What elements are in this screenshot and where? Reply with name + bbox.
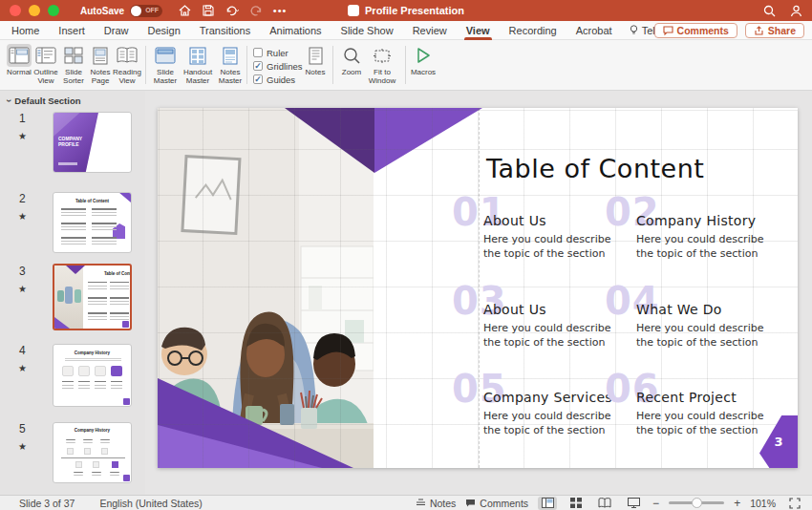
reading-view-toggle-icon xyxy=(598,498,611,508)
tab-view[interactable]: View xyxy=(457,21,500,40)
gridlines-label: Gridlines xyxy=(267,61,303,72)
slide-2-title: Table of Content xyxy=(53,199,131,203)
save-icon[interactable] xyxy=(202,4,215,17)
toc-item-6-desc: Here you could describe the topic of the… xyxy=(636,409,781,437)
zoom-button[interactable]: Zoom xyxy=(337,44,366,77)
home-icon[interactable] xyxy=(178,4,191,17)
search-icon[interactable] xyxy=(762,4,776,17)
slide-position-indicator[interactable]: Slide 3 of 37 xyxy=(19,498,75,509)
notes-master-button[interactable]: Notes Master xyxy=(216,44,245,85)
toc-item-4[interactable]: 04 What We Do Here you could describe th… xyxy=(605,279,777,361)
slide-5-animation-star-icon: ★ xyxy=(18,441,27,452)
slide-3-animation-star-icon: ★ xyxy=(18,284,27,294)
tab-review[interactable]: Review xyxy=(403,21,457,40)
notes-toggle-icon xyxy=(416,499,426,507)
zoom-slider-knob[interactable] xyxy=(692,498,702,508)
tab-recording[interactable]: Recording xyxy=(500,21,566,40)
slide-title[interactable]: Table of Content xyxy=(486,154,704,183)
slide-5-title: Company History xyxy=(53,428,131,433)
tab-design[interactable]: Design xyxy=(139,21,190,40)
toc-item-2[interactable]: 02 Company History Here you could descri… xyxy=(605,190,777,272)
slide-5-number: 5 xyxy=(19,422,26,436)
slide-3-title: Table of Content xyxy=(83,271,132,276)
macros-icon xyxy=(411,44,436,67)
slide-sorter-toggle[interactable] xyxy=(566,497,586,510)
slide-sorter-toggle-icon xyxy=(570,498,582,508)
slide-5-page-badge xyxy=(123,475,130,481)
comments-toggle[interactable]: Comments xyxy=(465,498,528,509)
toc-item-2-title: Company History xyxy=(636,213,756,228)
normal-view-toggle-icon xyxy=(542,498,554,508)
ruler-checkbox[interactable]: Ruler xyxy=(253,46,303,59)
normal-view-toggle[interactable] xyxy=(538,497,557,510)
notes-button[interactable]: Notes xyxy=(301,44,330,77)
autosave-state: OFF xyxy=(145,7,159,13)
autosave-switch[interactable]: OFF xyxy=(130,5,162,17)
comments-button[interactable]: Comments xyxy=(654,23,737,38)
tab-slide-show[interactable]: Slide Show xyxy=(331,21,403,40)
fit-to-window-button[interactable]: Fit to Window xyxy=(366,44,398,85)
autosave-toggle[interactable]: AutoSave OFF xyxy=(80,5,162,17)
tab-insert[interactable]: Insert xyxy=(49,21,95,40)
slide-4-title: Company History xyxy=(53,351,131,355)
zoom-in-button[interactable]: + xyxy=(734,497,740,510)
outline-view-button[interactable]: Outline View xyxy=(32,44,60,85)
slide-3-thumbnail[interactable]: Table of Content xyxy=(53,264,132,330)
slide-master-button[interactable]: Slide Master xyxy=(151,44,180,85)
minimize-window-button[interactable] xyxy=(29,5,40,16)
tab-transitions[interactable]: Transitions xyxy=(190,21,260,40)
guides-label: Guides xyxy=(267,74,295,85)
slide-1-title: COMPANY PROFILE xyxy=(58,136,95,147)
notes-toggle[interactable]: Notes xyxy=(416,498,456,509)
redo-icon[interactable] xyxy=(249,4,263,17)
section-header[interactable]: › Default Section xyxy=(8,96,81,106)
slide-4-thumbnail[interactable]: Company History xyxy=(53,344,132,407)
slide-1-thumbnail[interactable]: COMPANY PROFILE xyxy=(53,112,132,173)
more-commands-icon[interactable]: ••• xyxy=(273,4,287,17)
document-title: Profile Presentation xyxy=(365,5,464,16)
tab-home[interactable]: Home xyxy=(2,21,49,40)
ruler-checkbox-box[interactable] xyxy=(253,48,263,57)
normal-view-button[interactable]: Normal xyxy=(5,44,33,77)
toc-item-3[interactable]: 03 About Us Here you could describe the … xyxy=(452,279,624,361)
share-button[interactable]: Share xyxy=(745,23,804,38)
reading-view-button[interactable]: Reading View xyxy=(113,44,141,85)
toc-item-5[interactable]: 05 Company Services Here you could descr… xyxy=(452,367,624,449)
zoom-icon xyxy=(339,44,364,67)
undo-icon[interactable] xyxy=(225,4,239,17)
section-collapse-icon: › xyxy=(4,99,14,102)
slide-4-number: 4 xyxy=(19,344,26,357)
slide-5-thumbnail[interactable]: Company History xyxy=(53,422,132,483)
reading-view-toggle[interactable] xyxy=(595,497,614,510)
notes-icon xyxy=(303,44,328,67)
share-button-label: Share xyxy=(768,25,796,36)
slideshow-toggle[interactable] xyxy=(624,497,643,510)
powerpoint-doc-icon: P xyxy=(348,5,359,16)
notes-page-button[interactable]: Notes Page xyxy=(86,44,115,85)
slide-canvas[interactable]: Table of Content 01 About Us Here you co… xyxy=(158,108,798,468)
account-icon[interactable] xyxy=(789,4,802,17)
tab-animations[interactable]: Animations xyxy=(260,21,331,40)
ruler-label: Ruler xyxy=(267,48,288,58)
guides-checkbox[interactable]: ✓ Guides xyxy=(253,73,303,86)
language-indicator[interactable]: English (United States) xyxy=(99,498,202,509)
zoom-level[interactable]: 101% xyxy=(750,498,776,509)
handout-master-icon xyxy=(185,44,210,67)
handout-master-button[interactable]: Handout Master xyxy=(182,44,214,85)
gridlines-checkbox-box[interactable]: ✓ xyxy=(253,61,263,71)
slide-sorter-button[interactable]: Slide Sorter xyxy=(59,44,88,85)
toc-item-1[interactable]: 01 About Us Here you could describe the … xyxy=(452,190,624,272)
zoom-out-button[interactable]: − xyxy=(652,497,659,510)
toc-item-6[interactable]: 06 Recent Project Here you could describ… xyxy=(605,367,777,449)
slide-2-thumbnail[interactable]: Table of Content xyxy=(53,192,132,253)
tab-acrobat[interactable]: Acrobat xyxy=(566,21,622,40)
macros-button[interactable]: Macros xyxy=(409,44,438,77)
gridlines-checkbox[interactable]: ✓ Gridlines xyxy=(253,59,303,73)
zoom-slider[interactable] xyxy=(669,501,724,504)
close-window-button[interactable] xyxy=(10,5,21,16)
guides-checkbox-box[interactable]: ✓ xyxy=(253,74,263,84)
zoom-window-button[interactable] xyxy=(48,5,59,16)
fit-slide-button[interactable] xyxy=(785,497,804,510)
tab-draw[interactable]: Draw xyxy=(95,21,139,40)
ribbon: Normal Outline View Slide Sorter Notes P… xyxy=(0,40,812,91)
